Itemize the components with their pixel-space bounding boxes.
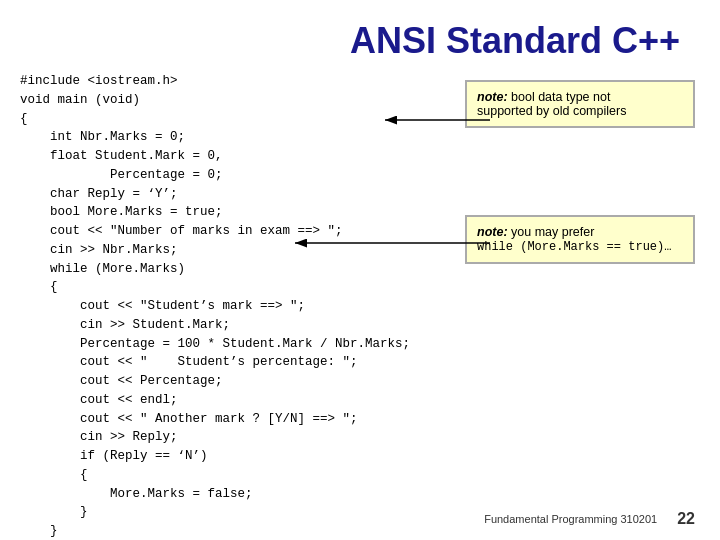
arrow1 — [380, 110, 500, 130]
footer-page: 22 — [677, 510, 695, 528]
note1-label: note: — [477, 90, 508, 104]
footer: Fundamental Programming 310201 22 — [484, 510, 695, 528]
note2-text1: you may prefer — [508, 225, 595, 239]
slide-title: ANSI Standard C++ — [20, 20, 690, 62]
note1-text1: bool data type not — [508, 90, 611, 104]
note2-text2: while (More.Marks == true)… — [477, 240, 671, 254]
arrow2 — [290, 233, 500, 253]
slide: ANSI Standard C++ #include <iostream.h> … — [0, 0, 720, 540]
code-block: #include <iostream.h> void main (void) {… — [20, 72, 690, 540]
footer-course: Fundamental Programming 310201 — [484, 513, 657, 525]
